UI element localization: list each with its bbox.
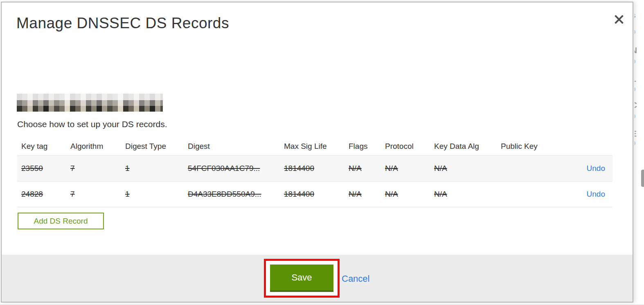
backdrop-text-fragment: s	[635, 11, 636, 19]
cell-max-sig-life: 1814400	[284, 181, 349, 207]
add-ds-record-button[interactable]: Add DS Record	[18, 213, 104, 229]
cell-public-key	[501, 181, 562, 207]
modal-title: Manage DNSSEC DS Records	[16, 15, 229, 32]
background-page-sliver: soNoLoCoEo	[635, 0, 644, 305]
col-header-digest: Digest	[188, 137, 284, 155]
manage-dnssec-ds-records-modal: Manage DNSSEC DS Records Choose how to s…	[1, 2, 633, 303]
backdrop-text-fragment: L	[635, 74, 636, 83]
save-button[interactable]: Save	[270, 265, 333, 292]
col-header-key-data-alg: Key Data Alg	[434, 137, 501, 155]
col-header-key-tag: Key tag	[17, 137, 70, 155]
cell-digest: D4A33E8DD550A9...	[188, 181, 284, 207]
backdrop-text-fragment: o	[635, 138, 636, 147]
annotation-highlight-box: Save	[264, 259, 340, 298]
cell-protocol: N/A	[385, 155, 434, 181]
table-row: 24828 7 1 D4A33E8DD550A9... 1814400 N/A …	[17, 181, 612, 207]
ds-records-table: Key tag Algorithm Digest Type Digest Max…	[17, 137, 612, 207]
cell-algorithm: 7	[70, 181, 125, 207]
cell-protocol: N/A	[385, 181, 434, 207]
backdrop-text-fragment: o	[635, 56, 636, 65]
backdrop-text-fragment: o	[635, 111, 636, 120]
backdrop-text-fragment: N	[635, 46, 637, 54]
close-icon[interactable]	[613, 13, 625, 25]
table-header-row: Key tag Algorithm Digest Type Digest Max…	[17, 137, 612, 155]
col-header-max-sig-life: Max Sig Life	[284, 137, 349, 155]
col-header-public-key: Public Key	[501, 137, 562, 155]
cell-public-key	[501, 155, 562, 181]
cell-digest-type: 1	[125, 155, 188, 181]
cell-flags: N/A	[349, 155, 385, 181]
instruction-text: Choose how to set up your DS records.	[17, 119, 167, 129]
cell-actions: Undo	[562, 181, 612, 207]
cell-flags: N/A	[349, 181, 385, 207]
cell-key-tag: 23550	[17, 155, 70, 181]
undo-link[interactable]: Undo	[587, 190, 605, 198]
backdrop-text-fragment: o	[635, 84, 636, 93]
page: soNoLoCoEo Manage DNSSEC DS Records Choo…	[0, 0, 644, 305]
cell-key-data-alg: N/A	[434, 181, 501, 207]
cell-key-tag: 24828	[17, 181, 70, 207]
col-header-actions	[562, 137, 612, 155]
scrollbar-thumb[interactable]	[641, 170, 644, 187]
backdrop-text-fragment: C	[635, 101, 637, 109]
modal-footer: Save Cancel	[2, 255, 633, 302]
redacted-domain-name	[17, 94, 163, 112]
cell-key-data-alg: N/A	[434, 155, 501, 181]
col-header-protocol: Protocol	[385, 137, 434, 155]
cell-digest: 54FCF030AA1C79...	[188, 155, 284, 181]
col-header-flags: Flags	[349, 137, 385, 155]
cell-digest-type: 1	[125, 181, 188, 207]
col-header-algorithm: Algorithm	[70, 137, 125, 155]
cell-actions: Undo	[562, 155, 612, 181]
undo-link[interactable]: Undo	[587, 164, 605, 173]
backdrop-text-fragment: E	[635, 129, 637, 138]
backdrop-text-fragment: o	[635, 27, 636, 36]
cell-max-sig-life: 1814400	[284, 155, 349, 181]
table-row: 23550 7 1 54FCF030AA1C79... 1814400 N/A …	[17, 155, 612, 181]
col-header-digest-type: Digest Type	[125, 137, 188, 155]
cell-algorithm: 7	[70, 155, 125, 181]
cancel-link[interactable]: Cancel	[342, 274, 369, 284]
